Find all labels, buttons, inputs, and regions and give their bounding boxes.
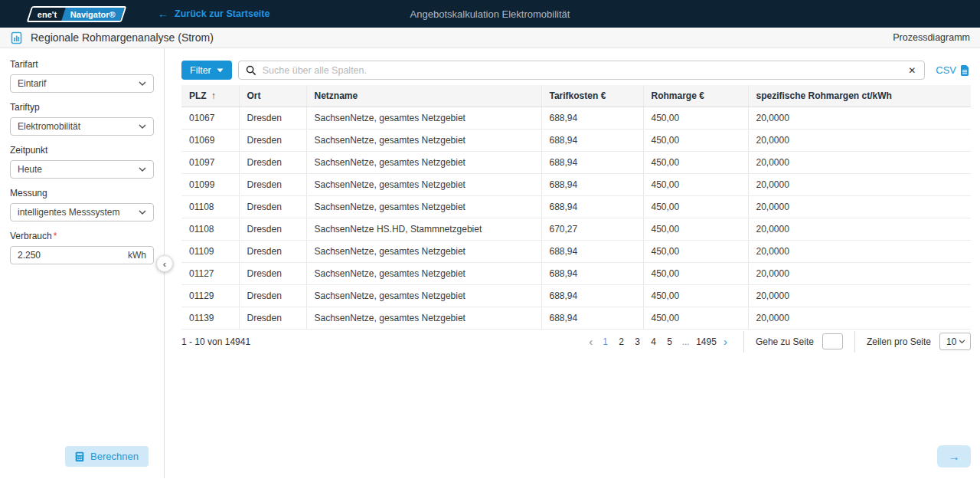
table-body: 01067DresdenSachsenNetze, gesamtes Netzg… (181, 107, 971, 329)
chevron-down-icon (139, 167, 146, 172)
column-header-label: Tarifkosten € (550, 90, 606, 101)
table-cell: 20,0000 (748, 195, 971, 218)
table-cell: 688,94 (541, 195, 643, 218)
table-cell: 01127 (181, 262, 239, 284)
page-number[interactable]: 1 (599, 336, 611, 347)
table-cell: 450,00 (643, 107, 748, 129)
topbar-title: Angebotskalkulation Elektromobilität (410, 8, 570, 20)
enet-navigator-logo[interactable]: ene't Navigator® (27, 6, 127, 22)
table-cell: 450,00 (643, 173, 748, 195)
table-cell: 688,94 (541, 151, 643, 173)
table-cell: 20,0000 (748, 284, 971, 307)
prozessdiagramm-link[interactable]: Prozessdiagramm (893, 32, 970, 43)
table-header: PLZ↑OrtNetznameTarifkosten €Rohmarge €sp… (181, 85, 971, 107)
column-header-label: spezifische Rohmargen ct/kWh (756, 90, 892, 101)
table-row[interactable]: 01099DresdenSachsenNetze, gesamtes Netzg… (181, 173, 971, 195)
messung-select[interactable]: intelligentes Messsystem (10, 203, 154, 221)
table-cell: 20,0000 (748, 173, 971, 195)
chevron-down-icon (959, 340, 965, 344)
content-area: Tarifart Eintarif Tariftyp Elektromobili… (0, 48, 980, 478)
goto-page-input[interactable] (822, 333, 843, 349)
column-header[interactable]: Netzname (306, 85, 541, 107)
table-cell: SachsenNetze, gesamtes Netzgebiet (306, 107, 541, 129)
table-cell: 670,27 (541, 218, 643, 240)
table-cell: SachsenNetze, gesamtes Netzgebiet (306, 262, 541, 284)
back-arrow-icon: ← (158, 8, 168, 20)
table-cell: SachsenNetze, gesamtes Netzgebiet (306, 129, 541, 151)
table-cell: 450,00 (643, 240, 748, 262)
table-row[interactable]: 01067DresdenSachsenNetze, gesamtes Netzg… (181, 107, 971, 129)
table-cell: 01139 (181, 307, 239, 329)
table-cell: 01067 (181, 107, 239, 129)
previous-page-icon[interactable]: ‹ (584, 336, 597, 347)
table-row[interactable]: 01109DresdenSachsenNetze, gesamtes Netzg… (181, 240, 971, 262)
verbrauch-input[interactable] (18, 250, 128, 261)
rows-per-page-select[interactable]: 10 (939, 333, 971, 350)
table-row[interactable]: 01139DresdenSachsenNetze, gesamtes Netzg… (181, 307, 971, 329)
chevron-down-icon (139, 81, 146, 87)
table-row[interactable]: 01129DresdenSachsenNetze, gesamtes Netzg… (181, 284, 971, 307)
page-number[interactable]: 1495 (696, 336, 717, 347)
search-input[interactable] (263, 65, 900, 76)
page-number[interactable]: 4 (648, 336, 659, 347)
column-header[interactable]: Ort (239, 85, 306, 107)
pagination-bar: 1 - 10 von 14941 ‹ 12345...1495 › Gehe z… (181, 330, 971, 354)
filter-button-label: Filter (190, 65, 211, 76)
table-cell: Dresden (239, 129, 306, 151)
table-cell: 450,00 (643, 284, 748, 307)
verbrauch-unit: kWh (128, 250, 146, 261)
page-title: Regionale Rohmargenanalyse (Strom) (31, 31, 214, 44)
table-cell: 688,94 (541, 262, 643, 284)
clear-search-icon[interactable]: ✕ (906, 65, 917, 76)
table-row[interactable]: 01108DresdenSachsenNetze HS.HD, Stammnet… (181, 218, 971, 240)
results-range-text: 1 - 10 von 14941 (181, 336, 250, 347)
zeitpunkt-select[interactable]: Heute (10, 160, 154, 179)
table-cell: SachsenNetze, gesamtes Netzgebiet (306, 240, 541, 262)
berechnen-button[interactable]: Berechnen (65, 446, 149, 467)
table-cell: 450,00 (643, 307, 748, 329)
chevron-down-icon (139, 210, 146, 215)
column-header[interactable]: PLZ↑ (181, 85, 239, 107)
topbar: ene't Navigator® ← Zurück zur Startseite… (0, 0, 980, 28)
table-cell: Dresden (239, 218, 306, 240)
column-header[interactable]: Rohmarge € (643, 85, 748, 107)
filter-button[interactable]: Filter (181, 61, 232, 80)
tarifart-select[interactable]: Eintarif (10, 74, 154, 93)
zeitpunkt-label: Zeitpunkt (10, 145, 154, 156)
column-header[interactable]: spezifische Rohmargen ct/kWh (748, 85, 971, 107)
sidebar-collapse-button[interactable]: ‹ (156, 255, 173, 272)
zeitpunkt-value: Heute (18, 164, 42, 175)
csv-export-link[interactable]: CSV (936, 64, 969, 76)
page-number[interactable]: 5 (664, 336, 675, 347)
table-row[interactable]: 01069DresdenSachsenNetze, gesamtes Netzg… (181, 129, 971, 151)
field-messung: Messung intelligentes Messsystem (10, 188, 154, 221)
table-cell: 450,00 (643, 129, 748, 151)
table-cell: 688,94 (541, 173, 643, 195)
column-header[interactable]: Tarifkosten € (541, 85, 643, 107)
rows-per-page-label: Zeilen pro Seite (867, 336, 931, 347)
pagination-divider (854, 331, 855, 353)
page-number[interactable]: 3 (632, 336, 643, 347)
table-cell: SachsenNetze, gesamtes Netzgebiet (306, 284, 541, 307)
page-number[interactable]: 2 (616, 336, 627, 347)
search-icon (246, 65, 256, 76)
table-row[interactable]: 01097DresdenSachsenNetze, gesamtes Netzg… (181, 151, 971, 173)
table-cell: 01069 (181, 129, 239, 151)
next-page-icon[interactable]: › (719, 336, 732, 347)
table-row[interactable]: 01127DresdenSachsenNetze, gesamtes Netzg… (181, 262, 971, 284)
logo-brand-text: ene't (38, 9, 57, 18)
back-to-start-link[interactable]: ← Zurück zur Startseite (158, 8, 270, 20)
page-header-bar: Regionale Rohmargenanalyse (Strom) Proze… (0, 28, 980, 48)
table-cell: 450,00 (643, 151, 748, 173)
chevron-down-icon (139, 124, 146, 130)
tariftyp-select[interactable]: Elektromobilität (10, 117, 154, 136)
field-zeitpunkt: Zeitpunkt Heute (10, 145, 154, 179)
table-row[interactable]: 01108DresdenSachsenNetze, gesamtes Netzg… (181, 195, 971, 218)
table-cell: 20,0000 (748, 262, 971, 284)
table-header-row: PLZ↑OrtNetznameTarifkosten €Rohmarge €sp… (181, 85, 971, 107)
table-cell: 688,94 (541, 107, 643, 129)
column-header-label: Rohmarge € (652, 90, 704, 101)
next-step-button[interactable]: → (937, 445, 971, 468)
caret-down-icon (217, 68, 224, 73)
table-cell: SachsenNetze, gesamtes Netzgebiet (306, 151, 541, 173)
